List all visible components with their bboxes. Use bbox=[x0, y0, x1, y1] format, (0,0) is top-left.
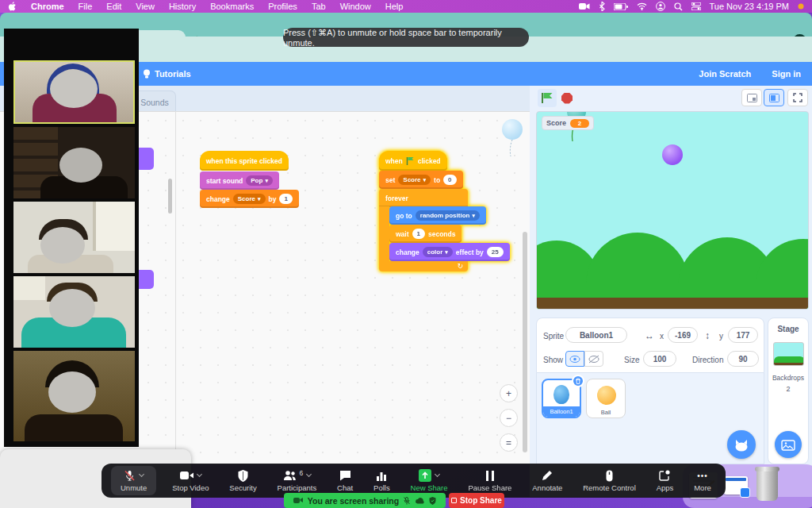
chevron-up-icon bbox=[197, 471, 202, 477]
unmute-button[interactable]: Unmute bbox=[111, 466, 156, 495]
delete-sprite-badge[interactable] bbox=[572, 375, 584, 387]
menu-window[interactable]: Window bbox=[340, 2, 371, 11]
zoom-in-button[interactable]: + bbox=[500, 384, 518, 402]
balloon-thumbnail bbox=[553, 385, 569, 404]
position-dropdown[interactable]: random position▾ bbox=[416, 210, 480, 221]
video-tile[interactable] bbox=[13, 276, 135, 348]
sprite-name-input[interactable]: Balloon1 bbox=[565, 327, 627, 343]
x-input[interactable]: -169 bbox=[668, 327, 698, 343]
video-tile[interactable] bbox=[13, 127, 135, 198]
participants-button[interactable]: 6 Participants bbox=[273, 466, 322, 495]
pause-share-button[interactable]: Pause Share bbox=[463, 466, 516, 495]
variable-dropdown[interactable]: Score▾ bbox=[233, 194, 266, 204]
chat-button[interactable]: Chat bbox=[332, 466, 358, 495]
video-tile[interactable] bbox=[13, 351, 135, 441]
show-hidden-toggle[interactable] bbox=[584, 351, 603, 367]
value-input[interactable]: 1 bbox=[279, 194, 292, 204]
control-center-icon[interactable] bbox=[691, 2, 701, 10]
score-value: 2 bbox=[570, 119, 589, 128]
video-status-icon[interactable] bbox=[579, 2, 590, 10]
apps-button[interactable]: Apps bbox=[652, 466, 679, 495]
backdrop-thumbnail[interactable] bbox=[773, 342, 804, 366]
zoom-reset-button[interactable]: = bbox=[500, 433, 518, 452]
block-start-sound[interactable]: start sound Pop▾ bbox=[200, 171, 279, 190]
add-backdrop-button[interactable] bbox=[775, 431, 802, 458]
zoom-out-button[interactable]: − bbox=[500, 409, 518, 427]
sound-dropdown[interactable]: Pop▾ bbox=[246, 175, 273, 186]
sprite-label: Sprite bbox=[543, 332, 564, 341]
stage-canvas[interactable]: Score 2 bbox=[536, 111, 809, 310]
join-scratch-link[interactable]: Join Scratch bbox=[699, 69, 751, 79]
user-account-icon[interactable] bbox=[656, 2, 665, 11]
dock-trash-icon[interactable] bbox=[756, 468, 778, 501]
y-label: y bbox=[719, 332, 723, 341]
block-when-flag-clicked[interactable]: when clicked bbox=[379, 151, 447, 171]
value-input[interactable]: 0 bbox=[443, 175, 456, 185]
menubar-clock[interactable]: Tue Nov 23 4:19 PM bbox=[710, 2, 789, 11]
block-set-score[interactable]: set Score▾ to 0 bbox=[379, 171, 463, 189]
video-tile[interactable] bbox=[13, 202, 135, 273]
stop-video-button[interactable]: Stop Video bbox=[167, 466, 213, 495]
size-input[interactable]: 100 bbox=[643, 351, 676, 367]
direction-input[interactable]: 90 bbox=[727, 351, 759, 367]
menu-tab[interactable]: Tab bbox=[312, 2, 326, 11]
stop-button[interactable] bbox=[557, 89, 576, 107]
value-input[interactable]: 25 bbox=[487, 247, 504, 257]
stage-backdrop-panel[interactable]: Stage Backdrops 2 bbox=[768, 318, 809, 464]
block-when-sprite-clicked[interactable]: when this sprite clicked bbox=[200, 151, 289, 171]
polls-button[interactable]: Polls bbox=[369, 466, 395, 495]
value-input[interactable]: 1 bbox=[412, 229, 425, 239]
block-change-score[interactable]: change Score▾ by 1 bbox=[200, 190, 299, 208]
large-stage-button[interactable] bbox=[764, 89, 784, 106]
purple-balloon-sprite[interactable] bbox=[662, 144, 683, 165]
sprite-card-name: Ball bbox=[587, 407, 625, 418]
apple-menu-icon[interactable] bbox=[8, 2, 17, 12]
show-visible-toggle[interactable] bbox=[565, 351, 584, 367]
menu-history[interactable]: History bbox=[169, 2, 196, 11]
remote-control-button[interactable]: Remote Control bbox=[578, 466, 641, 495]
battery-icon[interactable] bbox=[614, 3, 628, 10]
block-change-effect[interactable]: change color▾ effect by 25 bbox=[389, 243, 510, 261]
dock-window-icon[interactable] bbox=[724, 476, 748, 495]
palette-scrollbar[interactable] bbox=[168, 179, 172, 214]
tab-sounds[interactable]: Sounds bbox=[133, 90, 176, 111]
block-go-to[interactable]: go to random position▾ bbox=[389, 206, 486, 225]
more-button[interactable]: ••• More bbox=[689, 466, 716, 495]
green-flag-button[interactable] bbox=[538, 89, 557, 107]
menubar-app-name[interactable]: Chrome bbox=[31, 2, 64, 11]
sprite-card-ball[interactable]: Ball bbox=[586, 379, 626, 418]
small-stage-button[interactable] bbox=[741, 89, 762, 106]
forever-bottom-arm: ↻ bbox=[379, 261, 468, 271]
effect-dropdown[interactable]: color▾ bbox=[423, 247, 453, 257]
menu-file[interactable]: File bbox=[79, 2, 93, 11]
sign-in-link[interactable]: Sign in bbox=[772, 69, 801, 79]
security-button[interactable]: Security bbox=[224, 466, 261, 495]
bluetooth-icon[interactable] bbox=[599, 2, 605, 11]
annotate-button[interactable]: Annotate bbox=[527, 466, 567, 495]
y-input[interactable]: 177 bbox=[728, 327, 758, 343]
sprite-card-balloon1[interactable]: Balloon1 bbox=[542, 379, 581, 418]
block-wait[interactable]: wait 1 seconds bbox=[389, 225, 462, 243]
pencil-icon bbox=[542, 470, 553, 481]
tutorials-menu[interactable]: Tutorials bbox=[143, 69, 191, 79]
add-sprite-button[interactable] bbox=[727, 430, 756, 459]
menu-edit[interactable]: Edit bbox=[106, 2, 121, 11]
menu-profiles[interactable]: Profiles bbox=[268, 2, 297, 11]
menu-bookmarks[interactable]: Bookmarks bbox=[210, 2, 254, 11]
new-share-button[interactable]: New Share bbox=[406, 466, 453, 495]
code-scrollbar[interactable] bbox=[523, 232, 527, 452]
video-tile-active-speaker[interactable] bbox=[13, 60, 135, 124]
menu-view[interactable]: View bbox=[136, 2, 155, 11]
stop-share-button[interactable]: Stop Share bbox=[449, 493, 504, 508]
block-forever[interactable]: forever bbox=[379, 189, 468, 207]
menu-help[interactable]: Help bbox=[385, 2, 404, 11]
x-label: x bbox=[660, 332, 664, 341]
fullscreen-button[interactable] bbox=[787, 89, 808, 106]
sprite-list: Balloon1 Ball bbox=[536, 373, 764, 464]
wifi-icon[interactable] bbox=[637, 2, 647, 10]
people-icon bbox=[283, 470, 297, 481]
trash-icon bbox=[575, 378, 581, 385]
score-variable-monitor[interactable]: Score 2 bbox=[542, 116, 594, 130]
variable-dropdown[interactable]: Score▾ bbox=[398, 175, 431, 185]
spotlight-search-icon[interactable] bbox=[674, 2, 683, 11]
